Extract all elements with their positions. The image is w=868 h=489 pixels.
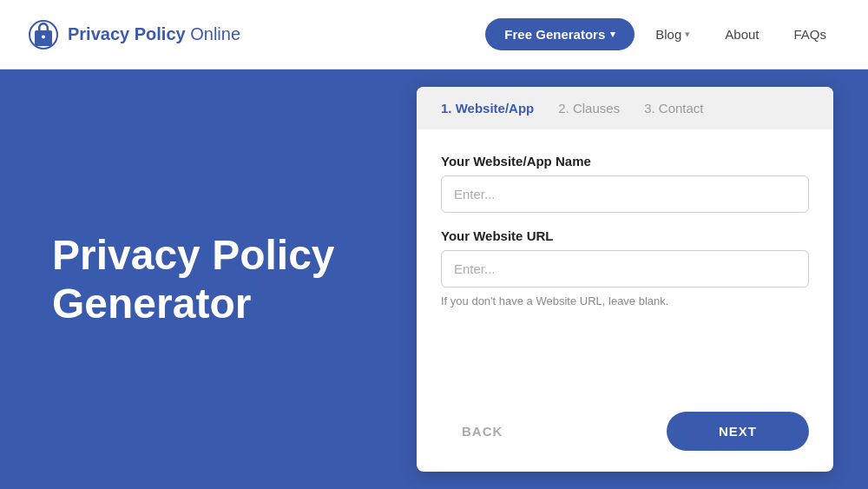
hero-heading: Privacy Policy Generator bbox=[52, 231, 335, 327]
blog-nav-link[interactable]: Blog ▾ bbox=[641, 18, 704, 50]
step-3: 3. Contact bbox=[644, 101, 703, 116]
back-button[interactable]: BACK bbox=[441, 413, 523, 449]
website-url-field-group: Your Website URL If you don't have a Web… bbox=[441, 228, 809, 307]
main-content: Privacy Policy Generator 1. Website/App … bbox=[0, 69, 868, 489]
step-2: 2. Clauses bbox=[558, 101, 620, 116]
main-nav: Free Generators ▾ Blog ▾ About FAQs bbox=[485, 18, 840, 50]
card-body: Your Website/App Name Your Website URL I… bbox=[417, 129, 833, 398]
website-url-hint: If you don't have a Website URL, leave b… bbox=[441, 294, 809, 307]
app-name-input[interactable] bbox=[441, 175, 809, 213]
about-nav-link[interactable]: About bbox=[711, 18, 773, 50]
chevron-down-icon: ▾ bbox=[685, 29, 690, 40]
faqs-nav-link[interactable]: FAQs bbox=[779, 18, 840, 50]
logo-icon bbox=[28, 19, 59, 50]
app-name-field-group: Your Website/App Name bbox=[441, 154, 809, 213]
logo-area: Privacy Policy Online bbox=[28, 19, 485, 50]
next-button[interactable]: NEXT bbox=[667, 412, 809, 451]
free-generators-button[interactable]: Free Generators ▾ bbox=[485, 18, 635, 50]
website-url-label: Your Website URL bbox=[441, 228, 809, 243]
app-name-label: Your Website/App Name bbox=[441, 154, 809, 169]
steps-bar: 1. Website/App 2. Clauses 3. Contact bbox=[417, 87, 833, 129]
generator-card: 1. Website/App 2. Clauses 3. Contact You… bbox=[417, 87, 833, 472]
header: Privacy Policy Online Free Generators ▾ … bbox=[0, 0, 868, 69]
card-actions: BACK NEXT bbox=[417, 398, 833, 472]
website-url-input[interactable] bbox=[441, 250, 809, 287]
hero-section: Privacy Policy Generator bbox=[0, 69, 417, 489]
step-1: 1. Website/App bbox=[441, 101, 534, 116]
logo-text: Privacy Policy Online bbox=[68, 24, 240, 44]
chevron-down-icon: ▾ bbox=[610, 29, 615, 40]
